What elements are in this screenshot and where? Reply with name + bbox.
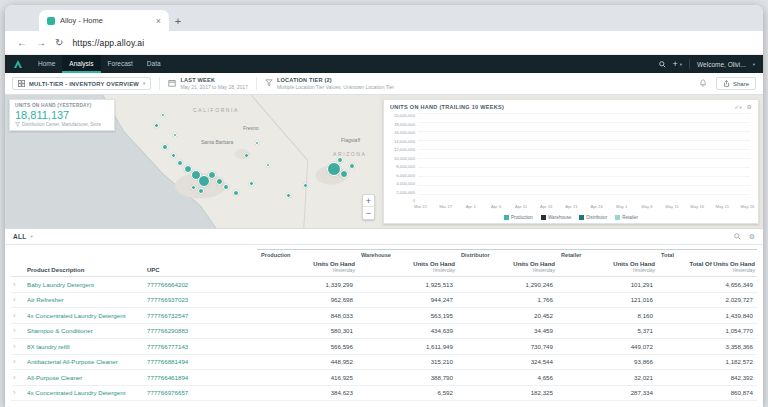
map-location-dot[interactable] (216, 178, 223, 185)
view-selector[interactable]: MULTI-TIER - INVENTORY OVERVIEW ▾ (12, 77, 151, 90)
upc-link[interactable]: 777766461894 (147, 374, 257, 381)
location-tier-filter[interactable]: LOCATION TIER (2) Multiple Location Tier… (256, 77, 394, 90)
product-description-link[interactable]: Air Refresher (27, 296, 147, 303)
row-expand-chevron-icon[interactable]: › (11, 311, 27, 320)
browser-tab[interactable]: Alloy - Home × (39, 10, 169, 31)
upc-link[interactable]: 777766881494 (147, 358, 257, 365)
map-location-dot[interactable] (198, 188, 204, 194)
product-description-link[interactable]: 4x Concentrated Laundry Detergent (27, 389, 147, 396)
upc-link[interactable]: 777766732547 (147, 312, 257, 319)
table-search-icon[interactable] (734, 233, 741, 240)
zoom-in-button[interactable]: + (363, 195, 374, 207)
upc-link[interactable]: 777766937023 (147, 296, 257, 303)
row-expand-chevron-icon[interactable]: › (11, 342, 27, 351)
map-location-dot[interactable] (303, 183, 308, 188)
map-location-dot[interactable] (327, 162, 341, 176)
table-row[interactable]: ›Antibacterial All-Purpose Cleaner777766… (11, 355, 757, 371)
map-location-dot[interactable] (154, 123, 159, 128)
map-location-dot[interactable] (223, 184, 229, 190)
units-on-hand-value: 842,392 (657, 374, 757, 381)
table-row[interactable]: ›Baby Laundry Detergent7777666642021,339… (11, 277, 757, 293)
legend-item-distributor[interactable]: Distributor (579, 215, 607, 220)
row-expand-chevron-icon[interactable]: › (11, 280, 27, 289)
chart-settings-gear-icon[interactable]: ⚙ (747, 103, 752, 110)
alloy-logo-icon[interactable] (13, 59, 23, 69)
legend-item-production[interactable]: Production (504, 215, 533, 220)
legend-item-warehouse[interactable]: Warehouse (541, 215, 571, 220)
col-group-warehouse[interactable]: WarehouseUnits On HandYesterday (357, 249, 457, 276)
table-row[interactable]: ›8X laundry refill777766777143566,5961,6… (11, 339, 757, 355)
map-location-dot[interactable] (244, 153, 249, 158)
col-product-description[interactable]: Product Description (27, 267, 147, 276)
tab-close-icon[interactable]: × (156, 16, 161, 26)
address-input[interactable]: https://app.alloy.ai (72, 38, 751, 48)
nav-item-data[interactable]: Data (140, 55, 168, 73)
table-row[interactable]: ›Air Refresher777766937023962,698944,247… (11, 293, 757, 309)
map-location-dot[interactable] (161, 113, 165, 117)
date-range-filter[interactable]: LAST WEEK May 21, 2017 to May 28, 2017 (159, 77, 248, 90)
map-location-dot[interactable] (191, 185, 196, 190)
row-expand-chevron-icon[interactable]: › (11, 295, 27, 304)
chevron-down-icon: ▾ (753, 62, 755, 67)
col-group-production[interactable]: ProductionUnits On HandYesterday (257, 249, 357, 276)
share-button[interactable]: Share (716, 77, 756, 90)
map-location-dot[interactable] (173, 133, 177, 137)
kpi-title: UNITS ON HAND (YESTERDAY) (15, 103, 109, 108)
col-group-retailer[interactable]: RetailerUnits On HandYesterday (557, 249, 657, 276)
map-location-dot[interactable] (249, 181, 254, 186)
map-location-dot[interactable] (208, 171, 216, 179)
row-expand-chevron-icon[interactable]: › (11, 326, 27, 335)
product-description-link[interactable]: 8X laundry refill (27, 343, 147, 350)
add-widget-button[interactable]: + ▾ (673, 60, 683, 69)
nav-item-home[interactable]: Home (31, 55, 62, 73)
col-group-distributor[interactable]: DistributorUnits On HandYesterday (457, 249, 557, 276)
product-description-link[interactable]: Baby Laundry Detergent (27, 281, 147, 288)
product-description-link[interactable]: 4x Concentrated Laundry Detergent (27, 312, 147, 319)
map-location-dot[interactable] (340, 170, 348, 178)
map-location-dot[interactable] (255, 141, 259, 145)
upc-link[interactable]: 777766664202 (147, 281, 257, 288)
units-on-hand-value: 944,247 (357, 296, 457, 303)
row-expand-chevron-icon[interactable]: › (11, 388, 27, 397)
refresh-icon[interactable]: ↻ (55, 38, 63, 48)
table-row[interactable]: ›All-Purpose Cleaner777766316107316,9001… (11, 401, 757, 407)
product-description-link[interactable]: Antibacterial All-Purpose Cleaner (27, 358, 147, 365)
map-location-dot[interactable] (162, 144, 168, 150)
row-expand-chevron-icon[interactable]: › (11, 373, 27, 382)
map-widget[interactable]: CALIFORNIAARIZONASanta BarbaraFresnoFlag… (5, 95, 379, 228)
map-location-dot[interactable] (233, 190, 239, 196)
col-upc[interactable]: UPC (147, 267, 257, 276)
product-description-link[interactable]: Shampoo & Conditioner (27, 327, 147, 334)
row-expand-chevron-icon[interactable]: › (11, 357, 27, 366)
chevron-down-icon: ▾ (31, 234, 33, 239)
map-location-dot[interactable] (177, 160, 183, 166)
map-location-dot[interactable] (337, 157, 343, 163)
new-tab-button[interactable]: + (169, 15, 187, 31)
upc-link[interactable]: 777766290883 (147, 327, 257, 334)
user-menu[interactable]: Welcome, Olivi... (697, 61, 746, 68)
col-group-total[interactable]: TotalTotal Of Units On HandYesterday (657, 249, 757, 276)
zoom-out-button[interactable]: − (363, 207, 374, 219)
notifications-bell-icon[interactable] (699, 79, 707, 88)
search-icon[interactable] (659, 61, 666, 68)
table-row[interactable]: ›All-Purpose Cleaner777766461894416,9253… (11, 370, 757, 386)
product-description-link[interactable]: All-Purpose Cleaner (27, 374, 147, 381)
nav-item-forecast[interactable]: Forecast (101, 55, 140, 73)
table-row[interactable]: ›4x Concentrated Laundry Detergent777766… (11, 386, 757, 402)
back-icon[interactable]: ← (17, 38, 27, 48)
nav-item-analysis[interactable]: Analysis (62, 55, 100, 73)
legend-item-retailer[interactable]: Retailer (615, 215, 638, 220)
map-location-dot[interactable] (266, 163, 270, 167)
table-scope-label[interactable]: ALL (13, 233, 27, 240)
table-row[interactable]: ›4x Concentrated Laundry Detergent777766… (11, 308, 757, 324)
map-location-dot[interactable] (171, 153, 176, 158)
upc-link[interactable]: 777766976657 (147, 389, 257, 396)
table-row[interactable]: ›Shampoo & Conditioner777766290883580,30… (11, 324, 757, 340)
table-settings-gear-icon[interactable]: ⚙ (749, 233, 755, 241)
upc-link[interactable]: 777766777143 (147, 343, 257, 350)
map-location-dot[interactable] (349, 163, 355, 169)
chart-filter-check-dropdown[interactable]: ✓▾ (734, 103, 741, 110)
kpi-card-units-on-hand[interactable]: UNITS ON HAND (YESTERDAY) 18,811,137 Dis… (9, 99, 115, 131)
forward-icon[interactable]: → (36, 38, 46, 48)
map-location-dot[interactable] (286, 193, 291, 198)
